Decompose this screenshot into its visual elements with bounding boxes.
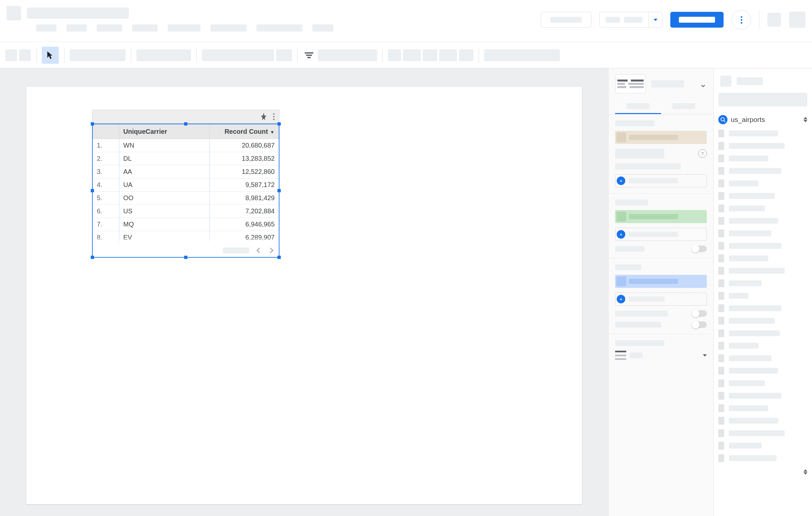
add-data-button[interactable] — [137, 49, 191, 61]
chevron-down-icon[interactable] — [648, 12, 662, 27]
resize-handle[interactable] — [91, 122, 94, 126]
switch-icon[interactable] — [692, 310, 707, 317]
field-item[interactable] — [718, 342, 807, 350]
field-item[interactable] — [718, 392, 807, 400]
blend-data-row[interactable]: ? — [615, 149, 707, 158]
rows-per-page-dropdown[interactable] — [615, 351, 707, 360]
data-panel-icon[interactable] — [720, 75, 731, 87]
table-row[interactable]: 2.DL13,283,852 — [93, 152, 279, 165]
switch-icon[interactable] — [692, 245, 707, 252]
toolbar-button[interactable] — [459, 49, 473, 61]
add-metric[interactable]: + — [615, 293, 707, 306]
field-item[interactable] — [718, 167, 807, 175]
more-options-button[interactable] — [731, 10, 751, 30]
field-item[interactable] — [718, 279, 807, 287]
add-control-button[interactable] — [202, 49, 274, 61]
add-dimension[interactable]: + — [615, 228, 707, 241]
next-page-button[interactable] — [268, 246, 276, 254]
prev-page-button[interactable] — [255, 246, 262, 254]
field-item[interactable] — [718, 429, 807, 437]
undo-button[interactable] — [5, 49, 17, 61]
toolbar-button[interactable] — [388, 49, 401, 61]
table-row[interactable]: 6.US7,202,884 — [93, 205, 279, 218]
resize-handle[interactable] — [184, 122, 187, 126]
report-title[interactable] — [27, 7, 129, 19]
menu-item[interactable] — [132, 24, 158, 32]
field-item[interactable] — [718, 254, 807, 262]
menu-item[interactable] — [168, 24, 201, 32]
field-item[interactable] — [718, 354, 807, 362]
redo-button[interactable] — [19, 49, 31, 61]
field-item[interactable] — [718, 230, 807, 237]
resize-handle[interactable] — [278, 122, 281, 126]
metric-sliders-toggle[interactable] — [615, 322, 707, 328]
drill-down-toggle[interactable] — [615, 245, 707, 252]
menu-item[interactable] — [66, 24, 87, 32]
chevron-down-icon[interactable]: ⌄ — [699, 79, 707, 89]
toolbar-button[interactable] — [439, 49, 457, 61]
field-item[interactable] — [718, 317, 807, 325]
dimension-header[interactable]: UniqueCarrier — [119, 125, 210, 139]
field-item[interactable] — [718, 129, 807, 138]
resize-handle[interactable] — [91, 189, 94, 192]
filter-button[interactable] — [303, 49, 377, 61]
table-row[interactable]: 3.AA12,522,860 — [93, 165, 279, 179]
field-item[interactable] — [718, 417, 807, 425]
report-page[interactable]: UniqueCarrier Record Count▼ 1.WN20,680,6… — [26, 87, 582, 504]
explore-icon[interactable] — [260, 113, 267, 121]
add-chart-button[interactable] — [70, 49, 125, 61]
add-date-range-dimension[interactable]: + — [615, 174, 707, 187]
table-row[interactable]: 8.EV6,289,907 — [93, 231, 279, 244]
app-logo[interactable] — [6, 6, 21, 20]
account-avatar[interactable] — [789, 11, 806, 28]
chart-type-selector[interactable]: ⌄ — [609, 68, 714, 99]
field-item[interactable] — [718, 142, 807, 150]
menu-item[interactable] — [210, 24, 246, 32]
search-fields-input[interactable] — [718, 93, 807, 107]
toolbar-dropdown[interactable] — [276, 49, 292, 61]
table-row[interactable]: 7.MQ6,946,965 — [93, 218, 279, 231]
field-item[interactable] — [718, 367, 807, 375]
menu-item[interactable] — [256, 24, 302, 32]
table-row[interactable]: 1.WN20,680,687 — [93, 139, 279, 152]
field-item[interactable] — [718, 379, 807, 387]
theme-button[interactable] — [484, 49, 560, 61]
menu-item[interactable] — [312, 24, 334, 32]
field-item[interactable] — [718, 304, 807, 312]
data-source-row[interactable]: us_airports — [714, 112, 812, 127]
field-item[interactable] — [718, 217, 807, 225]
help-icon[interactable]: ? — [698, 149, 707, 158]
table-row[interactable]: 4.UA9,587,172 — [93, 179, 279, 192]
header-split-button[interactable] — [599, 12, 662, 28]
field-item[interactable] — [718, 205, 807, 212]
field-item[interactable] — [718, 442, 807, 450]
field-item[interactable] — [718, 192, 807, 200]
field-item[interactable] — [718, 179, 807, 187]
row-number-header[interactable] — [93, 125, 119, 139]
metric-chip[interactable] — [615, 275, 707, 288]
toolbar-button[interactable] — [423, 49, 437, 61]
chart-type-chip[interactable] — [615, 74, 646, 93]
field-item[interactable] — [718, 329, 807, 337]
table-chart[interactable]: UniqueCarrier Record Count▼ 1.WN20,680,6… — [92, 110, 280, 258]
field-item[interactable] — [718, 404, 807, 412]
menu-item[interactable] — [97, 24, 122, 32]
expand-collapse-icon[interactable] — [804, 117, 807, 122]
primary-action-button[interactable] — [670, 12, 724, 28]
dimension-chip[interactable] — [615, 210, 707, 223]
toolbar-button[interactable] — [403, 49, 421, 61]
field-item[interactable] — [718, 454, 807, 462]
tab-style[interactable] — [661, 99, 707, 114]
selection-tool[interactable] — [42, 47, 59, 64]
field-item[interactable] — [718, 154, 807, 162]
table-row[interactable]: 5.OO8,981,429 — [93, 192, 279, 205]
field-item[interactable] — [718, 292, 807, 300]
metric-header[interactable]: Record Count▼ — [210, 125, 279, 139]
resize-handle[interactable] — [278, 189, 281, 192]
scroll-stepper-icon[interactable] — [804, 469, 807, 475]
field-item[interactable] — [718, 267, 807, 275]
header-button-1[interactable] — [541, 12, 591, 28]
menu-item[interactable] — [36, 24, 57, 32]
switch-icon[interactable] — [692, 322, 707, 328]
tab-setup[interactable] — [615, 99, 661, 114]
